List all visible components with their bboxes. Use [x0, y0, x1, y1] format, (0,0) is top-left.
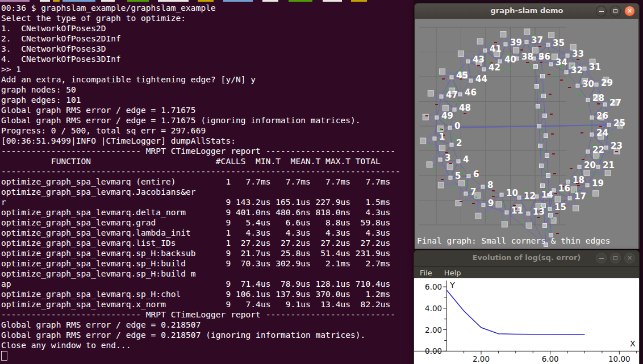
close-button[interactable]: ✕: [624, 253, 635, 263]
svg-text:3: 3: [445, 153, 450, 163]
svg-text:Y: Y: [449, 281, 455, 290]
slam-legend: Final graph: Small corners & thin edges …: [417, 219, 610, 249]
svg-text:X: X: [630, 339, 636, 348]
svg-text:43: 43: [473, 55, 485, 65]
svg-text:25: 25: [613, 118, 625, 128]
svg-text:20: 20: [584, 160, 596, 170]
clipped-text-fragment: [223, 0, 253, 2]
svg-text:0: 0: [454, 121, 460, 131]
close-button[interactable]: ✕: [624, 6, 635, 16]
clipped-text-fragment: [127, 0, 149, 2]
minimize-icon: [599, 11, 604, 12]
maximize-icon: [613, 256, 617, 260]
svg-text:40: 40: [504, 55, 516, 65]
plot-canvas-area[interactable]: 2.006.0010.000.002.004.006.00YX: [414, 278, 639, 364]
svg-text:41: 41: [490, 44, 502, 54]
clipped-text-fragment: [62, 0, 95, 2]
svg-text:15: 15: [554, 202, 566, 212]
close-icon: ✕: [627, 8, 632, 14]
svg-text:9: 9: [488, 198, 494, 208]
svg-text:2.00: 2.00: [473, 354, 490, 363]
svg-text:45: 45: [456, 70, 468, 81]
svg-text:1: 1: [439, 132, 445, 142]
svg-text:6: 6: [473, 169, 479, 179]
svg-text:18: 18: [573, 175, 584, 185]
svg-text:37: 37: [531, 35, 543, 45]
svg-text:21: 21: [603, 160, 615, 170]
svg-text:22: 22: [592, 145, 604, 155]
slam-3d-viewport[interactable]: 0123456789101112131415161718192021222324…: [415, 19, 638, 249]
terminal-output-text: 00:36 $ graphslam_example/graphslam_exam…: [1, 3, 400, 350]
svg-text:10: 10: [506, 188, 518, 198]
maximize-icon: [613, 9, 617, 13]
clipped-text-fragment: [351, 0, 367, 2]
svg-text:29: 29: [601, 78, 613, 88]
svg-text:12: 12: [524, 191, 536, 201]
minimize-button[interactable]: [596, 6, 607, 16]
svg-text:10.00: 10.00: [608, 354, 631, 363]
svg-text:16: 16: [558, 183, 570, 194]
svg-text:48: 48: [459, 103, 471, 113]
error-chart[interactable]: 2.006.0010.000.002.004.006.00YX: [414, 278, 639, 364]
svg-text:8: 8: [487, 180, 493, 190]
svg-text:28: 28: [592, 93, 604, 103]
clipped-text-fragment: [40, 0, 50, 2]
maximize-button[interactable]: [610, 253, 621, 263]
svg-text:34: 34: [556, 57, 567, 68]
svg-text:2: 2: [456, 138, 462, 148]
svg-text:44: 44: [475, 74, 487, 84]
terminal-cursor: [1, 351, 7, 361]
clipped-text-fragment: [289, 0, 312, 2]
svg-text:35: 35: [553, 38, 565, 48]
clipped-text-fragment: [198, 0, 214, 2]
svg-text:0.00: 0.00: [425, 346, 442, 355]
svg-text:26: 26: [596, 111, 608, 121]
svg-text:32: 32: [571, 65, 583, 76]
graph-slam-demo-window: graph-slam demo ✕ 0123456789101112131415…: [414, 3, 640, 249]
clipped-text-fragment: [101, 0, 115, 2]
svg-text:24: 24: [596, 128, 608, 138]
svg-text:47: 47: [446, 90, 458, 100]
clipped-text-fragment: [53, 0, 60, 2]
svg-text:4: 4: [463, 154, 469, 165]
error-plot-window: Evolution of log(sq. error) ✕ File Help …: [414, 250, 640, 364]
svg-text:31: 31: [589, 62, 601, 72]
axis-name-labels: YX: [449, 281, 636, 348]
terminal-window[interactable]: 00:36 $ graphslam_example/graphslam_exam…: [0, 0, 414, 364]
menu-file[interactable]: File: [415, 267, 437, 277]
maximize-button[interactable]: [610, 6, 621, 16]
desktop: 00:36 $ graphslam_example/graphslam_exam…: [0, 0, 643, 364]
minimize-button[interactable]: [596, 253, 607, 263]
plot-menubar: File Help: [414, 267, 640, 279]
svg-text:46: 46: [465, 87, 477, 98]
svg-text:13: 13: [533, 207, 545, 217]
legend-line-final: Final graph: Small corners & thin edges: [417, 237, 610, 246]
tick-labels: 2.006.0010.000.002.004.006.00: [425, 282, 631, 363]
svg-text:42: 42: [488, 62, 500, 73]
svg-text:33: 33: [572, 49, 584, 59]
svg-text:19: 19: [592, 178, 604, 189]
svg-text:6.00: 6.00: [542, 354, 559, 363]
svg-text:36: 36: [538, 52, 550, 62]
plot-titlebar[interactable]: Evolution of log(sq. error) ✕: [414, 250, 640, 267]
clipped-text-fragment: [262, 0, 278, 2]
svg-text:5: 5: [455, 171, 461, 181]
svg-text:11: 11: [511, 206, 523, 216]
clipped-text-fragment: [323, 0, 342, 2]
svg-text:6.00: 6.00: [425, 282, 442, 291]
svg-text:30: 30: [582, 79, 594, 89]
graph-canvas[interactable]: 0123456789101112131415161718192021222324…: [415, 19, 638, 249]
close-icon: ✕: [627, 255, 632, 261]
svg-text:27: 27: [609, 98, 621, 108]
clipped-text-fragment: [0, 0, 30, 2]
svg-text:23: 23: [611, 141, 623, 151]
svg-text:49: 49: [441, 111, 453, 121]
clipped-text-fragment: [158, 0, 189, 2]
svg-text:38: 38: [521, 52, 533, 62]
svg-text:7: 7: [470, 187, 476, 197]
menu-help[interactable]: Help: [440, 267, 466, 277]
svg-text:4.00: 4.00: [425, 304, 442, 313]
slam-titlebar[interactable]: graph-slam demo ✕: [414, 3, 640, 20]
error-curve: [446, 290, 584, 334]
minimize-icon: [599, 258, 604, 259]
